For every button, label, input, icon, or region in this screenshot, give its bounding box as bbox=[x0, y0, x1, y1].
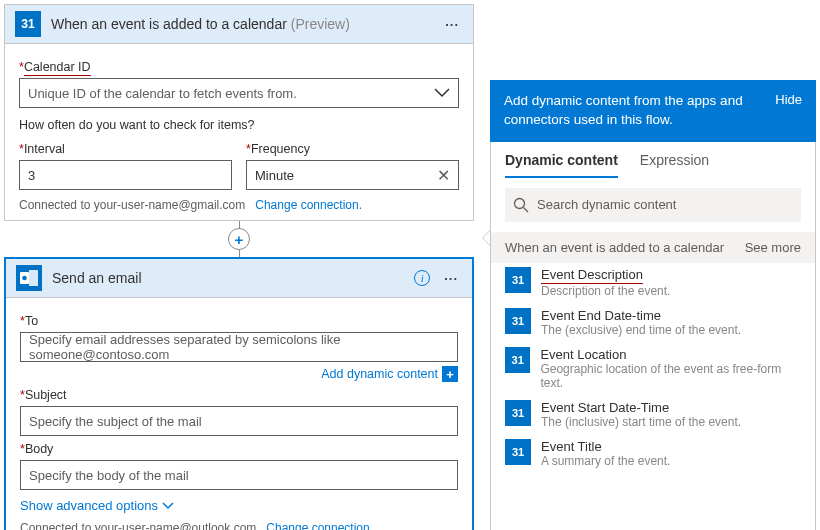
trigger-title: When an event is added to a calendar (Pr… bbox=[51, 16, 431, 32]
dynamic-item[interactable]: 31Event DescriptionDescription of the ev… bbox=[505, 267, 801, 298]
dynamic-item-desc: A summary of the event. bbox=[541, 454, 670, 468]
svg-rect-1 bbox=[29, 270, 38, 286]
interval-input[interactable]: 3 bbox=[19, 160, 232, 190]
action-body: *To Specify email addresses separated by… bbox=[6, 298, 472, 530]
add-step-button[interactable]: + bbox=[228, 228, 250, 250]
tab-dynamic-content[interactable]: Dynamic content bbox=[505, 152, 618, 178]
frequency-select[interactable]: Minute ✕ bbox=[246, 160, 459, 190]
add-dynamic-plus-icon[interactable]: + bbox=[442, 366, 458, 382]
dynamic-group-header: When an event is added to a calendar See… bbox=[491, 232, 815, 263]
svg-point-2 bbox=[22, 276, 27, 281]
see-more-link[interactable]: See more bbox=[745, 240, 801, 255]
subject-label: *Subject bbox=[20, 388, 458, 402]
calendar-icon: 31 bbox=[15, 11, 41, 37]
calendar-icon: 31 bbox=[505, 267, 531, 293]
dynamic-item-title: Event Start Date-Time bbox=[541, 400, 741, 415]
info-icon[interactable]: i bbox=[414, 270, 430, 286]
dynamic-banner-text: Add dynamic content from the apps and co… bbox=[504, 92, 763, 130]
action-more-icon[interactable]: ··· bbox=[440, 271, 462, 286]
calendar-id-placeholder: Unique ID of the calendar to fetch event… bbox=[28, 86, 297, 101]
svg-point-3 bbox=[515, 198, 525, 208]
dynamic-item-desc: Geographic location of the event as free… bbox=[540, 362, 801, 390]
clear-icon[interactable]: ✕ bbox=[437, 166, 450, 185]
connector: + bbox=[4, 221, 474, 257]
trigger-connected-text: Connected to your-user-name@gmail.com bbox=[19, 198, 245, 212]
search-input[interactable]: Search dynamic content bbox=[505, 188, 801, 222]
action-card: Send an email i ··· *To Specify email ad… bbox=[4, 257, 474, 530]
search-placeholder: Search dynamic content bbox=[537, 197, 676, 212]
trigger-header[interactable]: 31 When an event is added to a calendar … bbox=[5, 5, 473, 44]
hide-panel-link[interactable]: Hide bbox=[775, 92, 802, 107]
dynamic-item-title: Event Location bbox=[540, 347, 801, 362]
search-icon bbox=[513, 197, 529, 213]
svg-line-4 bbox=[524, 207, 529, 212]
trigger-change-connection-link[interactable]: Change connection. bbox=[255, 198, 362, 212]
chevron-down-icon bbox=[434, 88, 450, 98]
trigger-more-icon[interactable]: ··· bbox=[441, 17, 463, 32]
body-input[interactable]: Specify the body of the mail bbox=[20, 460, 458, 490]
to-input[interactable]: Specify email addresses separated by sem… bbox=[20, 332, 458, 362]
dynamic-item[interactable]: 31Event TitleA summary of the event. bbox=[505, 439, 801, 468]
show-advanced-options-link[interactable]: Show advanced options bbox=[20, 498, 458, 513]
dynamic-item-title: Event Title bbox=[541, 439, 670, 454]
trigger-body: *Calendar ID Unique ID of the calendar t… bbox=[5, 44, 473, 220]
add-dynamic-content-link[interactable]: Add dynamic content bbox=[321, 367, 438, 381]
action-change-connection-link[interactable]: Change connection. bbox=[266, 521, 373, 530]
body-label: *Body bbox=[20, 442, 458, 456]
to-label: *To bbox=[20, 314, 458, 328]
trigger-title-text: When an event is added to a calendar bbox=[51, 16, 287, 32]
dynamic-item[interactable]: 31Event Start Date-TimeThe (inclusive) s… bbox=[505, 400, 801, 429]
check-items-label: How often do you want to check for items… bbox=[19, 118, 459, 132]
calendar-icon: 31 bbox=[505, 347, 530, 373]
calendar-icon: 31 bbox=[505, 308, 531, 334]
interval-label: *Interval bbox=[19, 142, 232, 156]
dynamic-item-list: 31Event DescriptionDescription of the ev… bbox=[491, 263, 815, 476]
dynamic-item[interactable]: 31Event End Date-timeThe (exclusive) end… bbox=[505, 308, 801, 337]
callout-arrow-icon bbox=[482, 230, 490, 246]
action-title: Send an email bbox=[52, 270, 404, 286]
calendar-id-select[interactable]: Unique ID of the calendar to fetch event… bbox=[19, 78, 459, 108]
tab-row: Dynamic content Expression bbox=[491, 142, 815, 178]
dynamic-item-desc: Description of the event. bbox=[541, 284, 670, 298]
dynamic-item-title: Event Description bbox=[541, 267, 643, 284]
outlook-icon bbox=[16, 265, 42, 291]
dynamic-item[interactable]: 31Event LocationGeographic location of t… bbox=[505, 347, 801, 390]
dynamic-item-desc: The (inclusive) start time of the event. bbox=[541, 415, 741, 429]
left-column: 31 When an event is added to a calendar … bbox=[4, 4, 474, 530]
trigger-card: 31 When an event is added to a calendar … bbox=[4, 4, 474, 221]
trigger-preview-suffix: (Preview) bbox=[291, 16, 350, 32]
calendar-icon: 31 bbox=[505, 439, 531, 465]
frequency-label: *Frequency bbox=[246, 142, 459, 156]
dynamic-item-desc: The (exclusive) end time of the event. bbox=[541, 323, 741, 337]
dynamic-item-title: Event End Date-time bbox=[541, 308, 741, 323]
calendar-icon: 31 bbox=[505, 400, 531, 426]
action-connected-text: Connected to your-user-name@outlook.com bbox=[20, 521, 256, 530]
action-header[interactable]: Send an email i ··· bbox=[6, 259, 472, 298]
subject-input[interactable]: Specify the subject of the mail bbox=[20, 406, 458, 436]
dynamic-content-panel: Add dynamic content from the apps and co… bbox=[490, 4, 816, 530]
calendar-id-label: *Calendar ID bbox=[19, 60, 459, 74]
tab-expression[interactable]: Expression bbox=[640, 152, 709, 178]
dynamic-banner: Add dynamic content from the apps and co… bbox=[490, 80, 816, 142]
chevron-down-icon bbox=[162, 502, 174, 510]
